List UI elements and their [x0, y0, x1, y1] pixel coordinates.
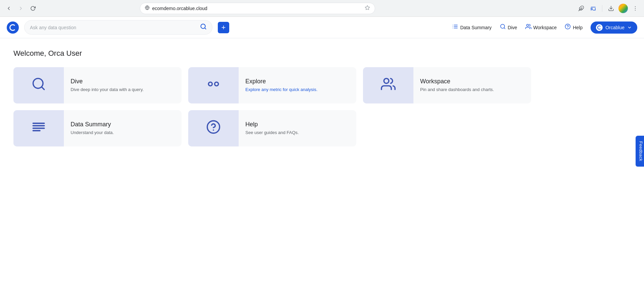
explore-card[interactable]: Explore Explore any metric for quick ana…	[188, 67, 356, 103]
app-header: Ask any data question + Data Summary Div…	[0, 17, 644, 38]
data-summary-card-text: Data Summary Understand your data.	[64, 116, 121, 141]
workspace-card-desc: Pin and share dashboards and charts.	[420, 86, 494, 93]
welcome-heading: Welcome, Orca User	[13, 49, 631, 58]
help-card-text: Help See user guides and FAQs.	[239, 116, 306, 141]
nav-help-label: Help	[573, 25, 582, 30]
orcablue-label: Orcablue	[605, 25, 625, 30]
help-nav-icon	[565, 24, 571, 31]
data-summary-nav-icon	[452, 24, 458, 31]
dive-nav-icon	[500, 24, 506, 31]
nav-dive-label: Dive	[508, 25, 517, 30]
nav-data-summary-label: Data Summary	[460, 25, 491, 30]
back-button[interactable]	[4, 4, 13, 13]
app-logo[interactable]	[7, 21, 19, 34]
explore-card-icon	[206, 77, 221, 94]
svg-marker-2	[365, 5, 369, 10]
dive-card-title: Dive	[71, 78, 144, 85]
svg-line-23	[42, 87, 44, 89]
explore-card-title: Explore	[245, 78, 318, 85]
data-summary-card-desc: Understand your data.	[71, 129, 114, 136]
search-placeholder: Ask any data question	[30, 25, 197, 30]
search-button[interactable]	[200, 23, 207, 32]
workspace-nav-icon	[525, 24, 531, 31]
nav-dive[interactable]: Dive	[500, 22, 517, 33]
dive-card[interactable]: Dive Dive deep into your data with a que…	[13, 67, 182, 103]
help-card[interactable]: Help See user guides and FAQs.	[188, 110, 356, 146]
reload-button[interactable]	[28, 4, 38, 13]
explore-card-icon-area	[188, 67, 239, 103]
svg-point-26	[384, 78, 389, 83]
dive-card-icon-area	[13, 67, 64, 103]
help-card-icon-area	[188, 110, 239, 146]
chevron-down-icon	[627, 25, 632, 30]
menu-button[interactable]	[631, 4, 640, 13]
orcablue-logo-ring	[597, 26, 601, 30]
workspace-card[interactable]: Workspace Pin and share dashboards and c…	[363, 67, 531, 103]
search-bar[interactable]: Ask any data question	[24, 20, 212, 35]
data-summary-card[interactable]: Data Summary Understand your data.	[13, 110, 182, 146]
orcablue-logo	[596, 24, 603, 31]
workspace-card-title: Workspace	[420, 78, 494, 85]
help-card-title: Help	[245, 121, 299, 128]
help-card-icon	[206, 120, 221, 137]
explore-card-desc: Explore any metric for quick analysis.	[245, 86, 318, 93]
dive-card-icon	[31, 77, 46, 94]
nav-help[interactable]: Help	[565, 22, 582, 33]
help-card-desc: See user guides and FAQs.	[245, 129, 299, 136]
feedback-button[interactable]: Feedback	[636, 136, 644, 157]
download-button[interactable]	[606, 4, 616, 13]
workspace-card-icon	[381, 77, 396, 94]
add-button[interactable]: +	[218, 22, 229, 33]
dive-card-desc: Dive deep into your data with a query.	[71, 86, 144, 93]
header-nav: Data Summary Dive Workspace Help Orcablu…	[452, 21, 637, 34]
svg-line-10	[205, 28, 206, 29]
cast-button[interactable]	[589, 4, 598, 13]
nav-workspace[interactable]: Workspace	[525, 22, 557, 33]
svg-point-6	[635, 6, 636, 7]
svg-line-18	[504, 28, 505, 29]
svg-point-7	[635, 8, 636, 8]
url-text: ecomdemo.orcablue.cloud	[152, 6, 362, 11]
orcablue-button[interactable]: Orcablue	[591, 21, 637, 34]
profile-avatar[interactable]	[618, 4, 628, 13]
data-summary-card-icon	[31, 120, 46, 137]
cards-row-1: Dive Dive deep into your data with a que…	[13, 67, 531, 103]
secure-icon	[145, 5, 150, 11]
address-bar[interactable]: ecomdemo.orcablue.cloud	[140, 3, 375, 14]
main-content: Welcome, Orca User Dive Dive deep into y…	[0, 38, 644, 157]
cards-row-2: Data Summary Understand your data. Help …	[13, 110, 531, 146]
logo-ring	[9, 24, 16, 31]
dive-card-text: Dive Dive deep into your data with a que…	[64, 73, 150, 98]
divider	[602, 5, 602, 12]
workspace-card-text: Workspace Pin and share dashboards and c…	[413, 73, 501, 98]
browser-actions	[576, 4, 640, 13]
nav-data-summary[interactable]: Data Summary	[452, 22, 491, 33]
svg-point-19	[526, 24, 528, 26]
bookmark-icon[interactable]	[365, 5, 370, 12]
extensions-button[interactable]	[576, 4, 586, 13]
explore-card-text: Explore Explore any metric for quick ana…	[239, 73, 324, 98]
browser-chrome: ecomdemo.orcablue.cloud	[0, 0, 644, 17]
data-summary-card-title: Data Summary	[71, 121, 114, 128]
nav-workspace-label: Workspace	[533, 25, 557, 30]
data-summary-card-icon-area	[13, 110, 64, 146]
svg-point-8	[635, 10, 636, 10]
forward-button[interactable]	[16, 4, 26, 13]
workspace-card-icon-area	[363, 67, 413, 103]
